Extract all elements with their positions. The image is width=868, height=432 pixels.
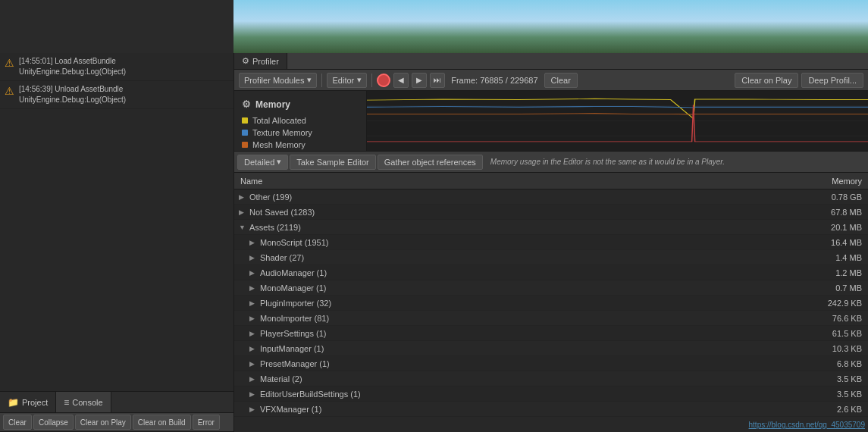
- console-entry-text: [14:55:01] Load AssetBundle UnityEngine.…: [19, 56, 126, 77]
- row-memory: 20.1 MB: [777, 223, 868, 232]
- table-row[interactable]: ▶ Not Saved (1283) 67.8 MB: [234, 205, 868, 220]
- table-header: Name Memory: [234, 173, 868, 189]
- modules-dropdown[interactable]: Profiler Modules ▾: [239, 73, 317, 88]
- table-row[interactable]: ▶ VFXManager (1) 2.6 KB: [234, 402, 868, 417]
- left-tab-bar: 📁 Project ≡ Console: [0, 391, 233, 412]
- table-row[interactable]: ▶ PluginImporter (32) 242.9 KB: [234, 296, 868, 311]
- tab-console[interactable]: ≡ Console: [56, 392, 111, 412]
- expand-arrow-icon: ▶: [249, 390, 257, 398]
- skip-forward-button[interactable]: ⏭: [430, 73, 445, 88]
- memory-item-label: Total Allocated: [252, 116, 306, 125]
- expand-arrow-icon: ▶: [239, 208, 246, 216]
- scene-left-panel: [0, 0, 233, 53]
- record-button[interactable]: [377, 74, 390, 87]
- tab-project-label: Project: [22, 398, 48, 407]
- console-icon: ≡: [64, 397, 69, 408]
- expand-arrow-icon: ▼: [239, 224, 246, 231]
- table-row[interactable]: ▶ Material (2) 3.5 KB: [234, 371, 868, 387]
- table-row[interactable]: ▶ MonoScript (1951) 16.4 MB: [234, 235, 868, 250]
- memory-graph: [367, 91, 868, 151]
- row-name: ▶ Not Saved (1283): [234, 208, 777, 217]
- gather-refs-button[interactable]: Gather object references: [378, 155, 483, 170]
- memory-item-texture[interactable]: Texture Memory: [234, 127, 366, 139]
- clear-button[interactable]: Clear: [3, 415, 32, 430]
- step-forward-button[interactable]: ▶: [412, 73, 427, 88]
- table-row[interactable]: ▶ PlayerSettings (1) 61.5 KB: [234, 326, 868, 341]
- row-name: ▶ Other (199): [234, 193, 777, 202]
- table-row[interactable]: ▶ MonoImporter (81) 76.6 KB: [234, 311, 868, 326]
- row-name: ▶ Shader (27): [234, 253, 777, 262]
- expand-arrow-icon: ▶: [249, 375, 257, 383]
- gear-icon: ⚙: [242, 99, 251, 110]
- table-row[interactable]: ▶ InputManager (1) 10.3 KB: [234, 341, 868, 356]
- toolbar-separator: [371, 74, 372, 87]
- row-memory: 2.6 KB: [777, 405, 868, 414]
- memory-item-total-allocated[interactable]: Total Allocated: [234, 114, 366, 127]
- right-panel: ⚙ Profiler Profiler Modules ▾ Editor ▾ ◀…: [233, 53, 868, 432]
- clear-on-play-button[interactable]: Clear on Play: [735, 73, 798, 88]
- main-area: ⚠ [14:55:01] Load AssetBundle UnityEngin…: [0, 53, 868, 432]
- profiler-tab-icon: ⚙: [242, 56, 249, 66]
- expand-arrow-icon: ▶: [249, 330, 257, 337]
- warning-icon: ⚠: [5, 57, 14, 69]
- editor-label: Editor: [332, 76, 354, 85]
- graph-area[interactable]: [367, 91, 868, 151]
- expand-arrow-icon: ▶: [249, 345, 257, 352]
- editor-dropdown[interactable]: Editor ▾: [327, 73, 367, 88]
- profiler-detail: Detailed ▾ Take Sample Editor Gather obj…: [234, 151, 868, 432]
- list-item[interactable]: ⚠ [14:56:39] Unload AssetBundle UnityEng…: [0, 81, 233, 109]
- row-name: ▶ PlayerSettings (1): [234, 329, 777, 338]
- clear-button[interactable]: Clear: [544, 73, 578, 88]
- expand-arrow-icon: ▶: [249, 269, 257, 277]
- row-name: ▶ MonoScript (1951): [234, 238, 777, 247]
- row-name: ▶ InputManager (1): [234, 344, 777, 353]
- take-sample-button[interactable]: Take Sample Editor: [290, 155, 375, 170]
- memory-item-mesh[interactable]: Mesh Memory: [234, 139, 366, 151]
- row-name: ▶ MonoImporter (81): [234, 314, 777, 323]
- console-entry-text: [14:56:39] Unload AssetBundle UnityEngin…: [19, 84, 126, 105]
- error-button[interactable]: Error: [193, 415, 220, 430]
- step-back-button[interactable]: ◀: [393, 73, 409, 88]
- table-row[interactable]: ▶ EditorUserBuildSettings (1) 3.5 KB: [234, 387, 868, 402]
- frame-label: Frame: 76885 / 229687: [448, 76, 541, 85]
- deep-profile-button[interactable]: Deep Profil...: [801, 73, 863, 88]
- entry-time-message: [14:56:39] Unload AssetBundle: [19, 84, 126, 95]
- expand-arrow-icon: ▶: [249, 315, 257, 322]
- detail-toolbar: Detailed ▾ Take Sample Editor Gather obj…: [234, 152, 868, 173]
- profiler-tab-label: Profiler: [252, 57, 279, 66]
- row-memory: 1.4 MB: [777, 253, 868, 262]
- table-row[interactable]: ▶ Other (199) 0.78 GB: [234, 189, 868, 205]
- entry-time-message: [14:55:01] Load AssetBundle: [19, 56, 126, 67]
- color-dot-texture: [242, 130, 248, 136]
- row-memory: 67.8 MB: [777, 208, 868, 217]
- row-memory: 16.4 MB: [777, 238, 868, 247]
- memory-detail-table: Name Memory ▶ Other (199) 0.78 GB ▶ Not …: [234, 173, 868, 432]
- clear-on-build-button[interactable]: Clear on Build: [133, 415, 191, 430]
- detail-info-text: Memory usage in the Editor is not the sa…: [484, 158, 865, 166]
- collapse-button[interactable]: Collapse: [33, 415, 74, 430]
- scene-preview: [0, 0, 868, 53]
- table-row[interactable]: ▼ Assets (2119) 20.1 MB: [234, 220, 868, 235]
- memory-item-label: Texture Memory: [252, 128, 312, 137]
- memory-title: ⚙ Memory: [234, 95, 366, 114]
- clear-on-play-button[interactable]: Clear on Play: [75, 415, 131, 430]
- table-row[interactable]: ▶ MonoManager (1) 0.7 MB: [234, 280, 868, 296]
- tab-profiler[interactable]: ⚙ Profiler: [234, 53, 287, 69]
- list-item[interactable]: ⚠ [14:55:01] Load AssetBundle UnityEngin…: [0, 53, 233, 81]
- entry-detail: UnityEngine.Debug:Log(Object): [19, 95, 126, 105]
- detailed-button[interactable]: Detailed ▾: [237, 155, 288, 170]
- color-dot-total-allocated: [242, 117, 248, 124]
- tab-console-label: Console: [72, 398, 102, 407]
- tab-project[interactable]: 📁 Project: [0, 392, 56, 412]
- table-row[interactable]: ▶ AudioManager (1) 1.2 MB: [234, 265, 868, 280]
- table-row[interactable]: ▶ PresetManager (1) 6.8 KB: [234, 356, 868, 371]
- console-toolbar: Clear Collapse Clear on Play Clear on Bu…: [0, 412, 233, 432]
- column-name-header: Name: [234, 177, 777, 186]
- row-memory: 1.2 MB: [777, 268, 868, 277]
- watermark-text: https://blog.csdn.net/qq_45035709: [749, 421, 865, 429]
- row-memory: 0.78 GB: [777, 193, 868, 202]
- table-row[interactable]: ▶ Shader (27) 1.4 MB: [234, 250, 868, 265]
- memory-title-label: Memory: [255, 99, 290, 110]
- profiler-tab-bar: ⚙ Profiler: [234, 53, 868, 70]
- row-memory: 0.7 MB: [777, 283, 868, 293]
